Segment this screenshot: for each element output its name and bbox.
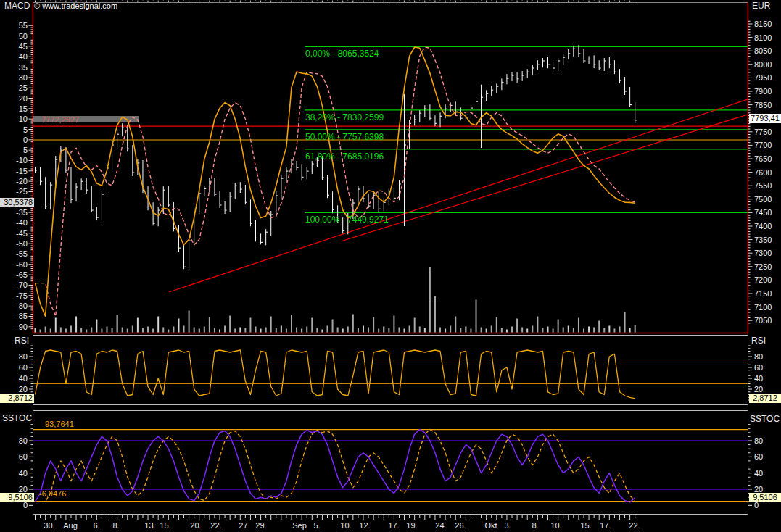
svg-text:25: 25 xyxy=(19,83,28,92)
svg-text:-55: -55 xyxy=(16,249,28,258)
svg-text:60: 60 xyxy=(754,363,763,372)
svg-text:10.: 10. xyxy=(550,521,561,530)
svg-text:22.: 22. xyxy=(629,521,640,530)
svg-text:15.: 15. xyxy=(580,521,591,530)
rsi-current-value-left: 2,8712 xyxy=(0,394,34,403)
svg-text:-90: -90 xyxy=(16,323,28,331)
svg-text:8050: 8050 xyxy=(754,46,772,55)
sstoc-d-line xyxy=(36,429,635,501)
svg-text:30: 30 xyxy=(19,73,28,82)
svg-text:0: 0 xyxy=(23,136,28,144)
svg-text:5: 5 xyxy=(23,125,28,134)
fib-label-382: 38,20% - 7830,2599 xyxy=(305,113,384,122)
svg-text:80: 80 xyxy=(754,436,763,445)
svg-text:6.: 6. xyxy=(93,521,99,530)
svg-text:20: 20 xyxy=(19,385,28,394)
svg-text:45: 45 xyxy=(19,42,28,51)
svg-text:20: 20 xyxy=(19,94,28,103)
svg-text:19.: 19. xyxy=(406,521,417,530)
svg-text:-60: -60 xyxy=(16,260,28,269)
sstoc-title-right: SSTOC xyxy=(750,415,780,424)
svg-text:0: 0 xyxy=(23,501,28,510)
rsi-line xyxy=(36,350,635,399)
svg-text:7200: 7200 xyxy=(754,275,772,284)
rsi-title-right: RSI xyxy=(751,336,766,346)
svg-text:7750: 7750 xyxy=(754,128,772,136)
svg-text:80: 80 xyxy=(19,352,28,361)
fib-label-0: 0,00% - 8065,3524 xyxy=(305,49,379,59)
svg-text:Sep: Sep xyxy=(292,521,307,530)
svg-text:7250: 7250 xyxy=(754,262,772,271)
svg-text:-65: -65 xyxy=(16,270,28,279)
svg-text:7400: 7400 xyxy=(754,222,772,230)
svg-text:7500: 7500 xyxy=(754,195,772,204)
fib-label-100: 100,00% - 7449,9271 xyxy=(305,215,389,225)
svg-text:7900: 7900 xyxy=(754,87,772,96)
svg-text:13.: 13. xyxy=(144,521,155,530)
chart-canvas: 5550454035302520151050-5-10-15-20-25-35-… xyxy=(0,0,781,532)
svg-text:-40: -40 xyxy=(16,218,28,227)
sstoc-upper-band-label: 93,7641 xyxy=(45,420,74,429)
svg-text:22.: 22. xyxy=(210,521,221,530)
svg-text:60: 60 xyxy=(754,452,763,461)
svg-text:-5: -5 xyxy=(20,146,28,154)
svg-text:17.: 17. xyxy=(600,521,611,530)
svg-text:29.: 29. xyxy=(255,521,266,530)
svg-text:20: 20 xyxy=(754,385,763,394)
svg-text:15.: 15. xyxy=(160,521,170,530)
svg-text:50: 50 xyxy=(19,32,28,41)
rsi-title-left: RSI xyxy=(15,336,29,346)
macd-current-value: 30,5378 xyxy=(0,198,34,207)
svg-text:8.: 8. xyxy=(532,521,538,530)
volume-bars xyxy=(35,267,636,333)
svg-text:10.: 10. xyxy=(340,521,351,530)
eur-axis-title: EUR xyxy=(752,1,770,11)
trading-chart-window: 5550454035302520151050-5-10-15-20-25-35-… xyxy=(0,0,781,532)
svg-text:12.: 12. xyxy=(359,521,370,530)
svg-text:20.: 20. xyxy=(190,521,201,530)
rsi-current-value-right: 2,8712 xyxy=(749,394,781,403)
svg-text:24.: 24. xyxy=(435,521,446,530)
svg-text:-25: -25 xyxy=(16,187,28,196)
svg-text:7450: 7450 xyxy=(754,208,772,217)
svg-text:40: 40 xyxy=(754,469,763,478)
svg-text:80: 80 xyxy=(754,352,763,361)
svg-text:3.: 3. xyxy=(504,521,511,530)
panel-frames xyxy=(33,3,748,515)
macd-axis-title: MACD xyxy=(4,1,30,11)
svg-text:8000: 8000 xyxy=(754,60,772,69)
svg-text:7550: 7550 xyxy=(754,181,772,190)
svg-text:80: 80 xyxy=(19,436,28,445)
svg-text:-80: -80 xyxy=(16,302,28,310)
price-current-value: 7793,41 xyxy=(749,114,781,123)
svg-text:8.: 8. xyxy=(112,521,119,530)
fib-label-50: 50,00% - 7757,6398 xyxy=(305,133,384,142)
svg-text:7600: 7600 xyxy=(754,168,772,177)
svg-text:Aug: Aug xyxy=(63,521,78,530)
svg-text:40: 40 xyxy=(19,374,28,383)
sstoc-title-left: SSTOC xyxy=(2,414,32,423)
svg-text:27.: 27. xyxy=(239,521,249,530)
svg-text:7950: 7950 xyxy=(754,73,772,82)
svg-text:40: 40 xyxy=(754,374,763,383)
svg-text:8100: 8100 xyxy=(754,33,772,42)
axis-ticks xyxy=(29,1,753,520)
svg-text:26.: 26. xyxy=(455,521,466,530)
sstoc-current-value-left: 9,5106 xyxy=(0,493,34,502)
price-band-label: 7772,2927 xyxy=(41,115,79,125)
svg-text:40: 40 xyxy=(19,469,28,478)
svg-text:0: 0 xyxy=(754,501,759,510)
svg-text:7650: 7650 xyxy=(754,154,772,163)
svg-text:30.: 30. xyxy=(44,521,54,530)
svg-text:60: 60 xyxy=(19,452,28,461)
svg-text:-45: -45 xyxy=(16,229,28,238)
svg-text:-15: -15 xyxy=(16,167,28,175)
svg-text:-50: -50 xyxy=(16,239,28,248)
svg-text:8150: 8150 xyxy=(754,20,772,28)
svg-text:7050: 7050 xyxy=(754,316,772,325)
svg-text:15: 15 xyxy=(19,104,28,113)
svg-text:5.: 5. xyxy=(313,521,320,530)
svg-text:-10: -10 xyxy=(16,156,28,165)
svg-text:7150: 7150 xyxy=(754,289,772,298)
svg-text:35: 35 xyxy=(19,63,28,72)
